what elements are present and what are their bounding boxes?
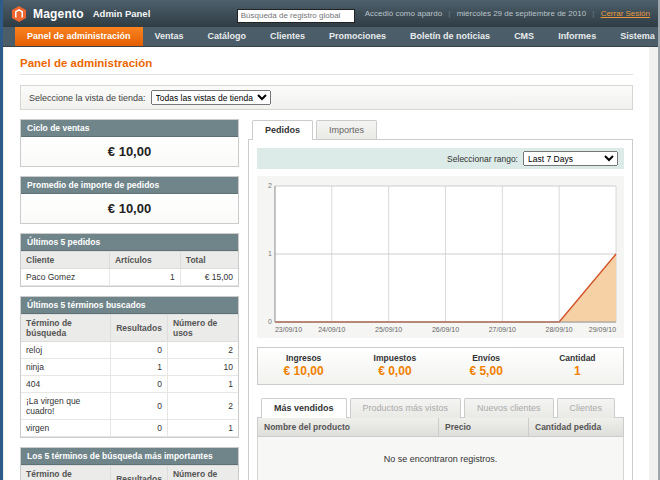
table-row[interactable]: ¡La virgen que cuadro!02 xyxy=(21,393,238,420)
page-title: Panel de administración xyxy=(20,57,633,69)
diagram-panel: Seleccionar rango: Last 7 Days 01223/09/… xyxy=(248,139,633,480)
table-header-cell: Resultados xyxy=(111,466,168,480)
stat-tax-label: Impuestos xyxy=(351,353,438,363)
svg-text:23/09/10: 23/09/10 xyxy=(275,326,302,333)
table-cell: ¡La virgen que cuadro! xyxy=(21,393,111,420)
range-select[interactable]: Last 7 Days xyxy=(523,151,618,166)
table-cell: 0 xyxy=(111,376,168,393)
table-cell: ninja xyxy=(21,359,111,376)
tab-bestsellers[interactable]: Más vendidos xyxy=(261,398,347,418)
table-row[interactable]: virgen01 xyxy=(21,420,238,437)
table-cell: 404 xyxy=(21,376,111,393)
svg-text:2: 2 xyxy=(268,182,272,189)
nav-item-catalog[interactable]: Catálogo xyxy=(196,27,259,46)
nav-item-system[interactable]: Sistema xyxy=(608,27,660,46)
diagram-tabs: Pedidos Importes xyxy=(248,119,633,139)
table-cell: virgen xyxy=(21,420,111,437)
orders-chart: 01223/09/1024/09/1025/09/1026/09/1027/09… xyxy=(257,176,624,338)
title-divider xyxy=(20,74,633,75)
table-header-cell: Término de búsqueda xyxy=(21,315,111,342)
nav-item-customers[interactable]: Clientes xyxy=(258,27,317,46)
last-search-terms-table: Término de búsquedaResultadosNúmero de u… xyxy=(21,314,238,437)
lifetime-sales-title: Ciclo de ventas xyxy=(21,120,238,137)
lifetime-sales-box: Ciclo de ventas € 10,00 xyxy=(20,119,239,167)
logo: Magento Admin Panel xyxy=(11,6,150,22)
table-row[interactable]: ninja110 xyxy=(21,359,238,376)
nav-item-cms[interactable]: CMS xyxy=(502,27,546,46)
lifetime-sales-value: € 10,00 xyxy=(21,137,238,166)
range-label: Seleccionar rango: xyxy=(447,154,518,164)
col-product-name: Nombre del producto xyxy=(258,418,438,436)
average-orders-value: € 10,00 xyxy=(21,194,238,223)
top-search-terms-box: Los 5 términos de búsqueda más important… xyxy=(20,447,239,480)
separator: | xyxy=(448,9,450,18)
orders-chart-svg: 01223/09/1024/09/1025/09/1026/09/1027/09… xyxy=(259,180,622,338)
stat-shipping: Envíos € 5,00 xyxy=(441,348,532,384)
table-header-row: ClienteArtículosTotal xyxy=(21,252,238,269)
last-search-terms-title: Últimos 5 términos buscados xyxy=(21,297,238,314)
tab-new-customers[interactable]: Nuevos clientes xyxy=(464,398,554,418)
last-orders-title: Últimos 5 pedidos xyxy=(21,234,238,251)
logout-link[interactable]: Cerrar Sesión xyxy=(601,9,650,18)
table-header-cell: Término de búsqueda xyxy=(21,466,111,480)
stat-quantity-value: 1 xyxy=(534,364,621,378)
nav-item-reports[interactable]: Informes xyxy=(546,27,608,46)
svg-text:0: 0 xyxy=(268,318,272,325)
stat-revenue: Ingresos € 10,00 xyxy=(258,348,349,384)
bestsellers-grid-header: Nombre del producto Precio Cantidad pedi… xyxy=(257,417,624,437)
main-nav: Panel de administración Ventas Catálogo … xyxy=(3,27,658,47)
table-row[interactable]: Paco Gomez1€ 15,00 xyxy=(21,269,238,286)
store-view-switcher: Seleccione la vista de tienda: Todas las… xyxy=(20,85,633,110)
tab-most-viewed[interactable]: Productos más vistos xyxy=(350,398,462,418)
stat-revenue-label: Ingresos xyxy=(260,353,347,363)
stat-quantity-label: Cantidad xyxy=(534,353,621,363)
totals-bar: Ingresos € 10,00 Impuestos € 0,00 Envíos… xyxy=(257,347,624,385)
magento-logo-icon xyxy=(11,6,27,22)
svg-text:1: 1 xyxy=(268,250,272,257)
table-cell: 0 xyxy=(111,420,168,437)
table-cell: € 15,00 xyxy=(180,269,238,286)
table-cell: 1 xyxy=(111,359,168,376)
logo-subtitle: Admin Panel xyxy=(93,8,151,19)
svg-text:26/09/10: 26/09/10 xyxy=(432,326,459,333)
stat-tax: Impuestos € 0,00 xyxy=(349,348,440,384)
svg-text:27/09/10: 27/09/10 xyxy=(489,326,516,333)
table-cell: 2 xyxy=(167,393,238,420)
last-orders-table: ClienteArtículosTotalPaco Gomez1€ 15,00 xyxy=(21,251,238,286)
average-orders-title: Promedio de importe de pedidos xyxy=(21,177,238,194)
nav-item-dashboard[interactable]: Panel de administración xyxy=(15,27,143,46)
top-search-terms-table: Término de búsquedaResultadosNúmero de u… xyxy=(21,465,238,480)
header-meta: Accedió como apardo | miércoles 29 de se… xyxy=(365,9,650,18)
separator: | xyxy=(592,9,594,18)
table-header-cell: Artículos xyxy=(109,252,180,269)
stat-shipping-value: € 5,00 xyxy=(443,364,530,378)
table-cell: 10 xyxy=(167,359,238,376)
global-search-input[interactable] xyxy=(237,9,355,23)
average-orders-box: Promedio de importe de pedidos € 10,00 xyxy=(20,176,239,224)
store-view-select[interactable]: Todas las vistas de tienda xyxy=(151,90,271,105)
svg-text:28/09/10: 28/09/10 xyxy=(546,326,573,333)
tab-amounts[interactable]: Importes xyxy=(316,120,377,140)
table-cell: 2 xyxy=(167,342,238,359)
nav-item-newsletter[interactable]: Boletín de noticias xyxy=(398,27,502,46)
col-price: Precio xyxy=(438,418,528,436)
svg-text:25/09/10: 25/09/10 xyxy=(375,326,402,333)
stat-tax-value: € 0,00 xyxy=(351,364,438,378)
table-header-cell: Número de usos xyxy=(167,315,238,342)
tab-orders[interactable]: Pedidos xyxy=(252,120,313,140)
table-header-cell: Total xyxy=(180,252,238,269)
content-area: Panel de administración Seleccione la vi… xyxy=(4,47,649,480)
nav-item-promotions[interactable]: Promociones xyxy=(317,27,398,46)
nav-item-sales[interactable]: Ventas xyxy=(143,27,196,46)
tab-customers[interactable]: Clientes xyxy=(557,398,616,418)
table-header-row: Término de búsquedaResultadosNúmero de u… xyxy=(21,315,238,342)
top-search-terms-title: Los 5 términos de búsqueda más important… xyxy=(21,448,238,465)
logo-text: Magento xyxy=(33,7,84,21)
table-header-row: Término de búsquedaResultadosNúmero de u… xyxy=(21,466,238,480)
table-header-cell: Cliente xyxy=(21,252,109,269)
table-row[interactable]: 40401 xyxy=(21,376,238,393)
bestsellers-grid-empty: No se encontraron registros. xyxy=(257,437,624,480)
dashboard-sidebar: Ciclo de ventas € 10,00 Promedio de impo… xyxy=(20,119,239,480)
table-row[interactable]: reloj02 xyxy=(21,342,238,359)
table-header-cell: Resultados xyxy=(111,315,168,342)
